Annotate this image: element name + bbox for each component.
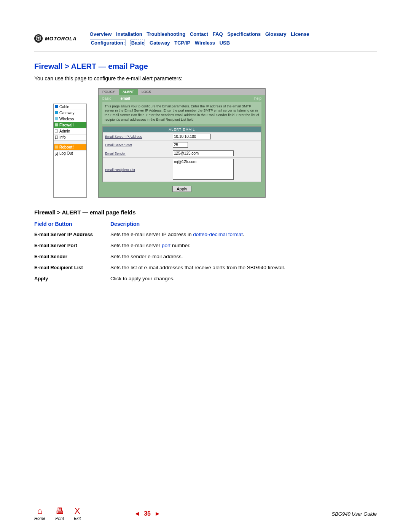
nav-gateway[interactable]: Gateway: [150, 40, 170, 46]
nav-glossary[interactable]: Glossary: [265, 31, 287, 37]
nav-overview[interactable]: Overview: [90, 31, 112, 37]
ss-input-ip[interactable]: [173, 134, 211, 139]
ss-tabs: POLICY ALERT LOGS: [99, 89, 265, 95]
header-divider: [34, 51, 377, 51]
ss-main-panel: POLICY ALERT LOGS basic | email help Thi…: [98, 88, 266, 198]
logo: MOTOROLA: [34, 34, 77, 43]
nav-wireless[interactable]: Wireless: [195, 40, 215, 46]
ss-sidebar-spacer: [54, 141, 86, 144]
ss-tab-logs[interactable]: LOGS: [138, 89, 155, 95]
td-desc: Sets the e-mail server IP address in dot…: [110, 232, 377, 237]
link-port[interactable]: port: [162, 243, 170, 248]
ss-label-port: Email Server Port: [103, 142, 171, 149]
table-row: E-mail Recipient List Sets the list of e…: [34, 265, 377, 270]
ss-sidebar-gateway-label: Gateway: [59, 111, 74, 115]
table-row: E-mail Server Port Sets the e-mail serve…: [34, 243, 377, 248]
td-desc: Sets the list of e-mail addresses that r…: [110, 265, 377, 270]
nav-line-1: Overview Installation Troubleshooting Co…: [88, 30, 311, 38]
section-title: Firewall > ALERT — email page fields: [34, 209, 377, 216]
table-row: Apply Click to apply your changes.: [34, 276, 377, 281]
print-button[interactable]: 🖶 Print: [55, 507, 64, 521]
ss-sidebar-cable-label: Cable: [59, 105, 69, 109]
print-icon: 🖶: [56, 507, 64, 515]
nav-usb[interactable]: USB: [220, 40, 230, 46]
th-description: Description: [110, 221, 140, 227]
ss-form-header: ALERT EMAIL: [103, 127, 261, 132]
exit-icon: X: [75, 507, 80, 515]
home-button[interactable]: ⌂ Home: [34, 507, 45, 521]
ss-sidebar-reboot-label: Reboot!: [59, 145, 74, 149]
td-field: E-mail Recipient List: [34, 265, 110, 270]
ss-tab-policy[interactable]: POLICY: [99, 89, 119, 95]
ss-description: This page allows you to configure the Em…: [102, 102, 261, 125]
next-page-button[interactable]: ►: [155, 510, 161, 517]
page-number: 35: [144, 510, 151, 517]
ss-label-ip: Email Server IP Address: [103, 133, 171, 140]
ss-subtabs: basic | email help: [99, 95, 265, 102]
nav-license[interactable]: License: [291, 31, 309, 37]
ss-input-sender[interactable]: [173, 150, 234, 156]
th-field: Field or Button: [34, 221, 110, 227]
td-desc: Sets the sender e-mail address.: [110, 254, 377, 259]
ss-label-sender: Email Sender: [103, 150, 171, 157]
nav-basic[interactable]: Basic: [131, 40, 145, 46]
ss-sidebar: Cable Gateway Wireless Firewall Admin iI…: [53, 104, 87, 198]
nav-faq[interactable]: FAQ: [213, 31, 223, 37]
table-row: E-mail Sender Sets the sender e-mail add…: [34, 254, 377, 259]
ss-help-link[interactable]: help: [254, 96, 261, 101]
logo-text: MOTOROLA: [45, 36, 77, 42]
nav-tcpip[interactable]: TCP/IP: [174, 40, 190, 46]
home-icon: ⌂: [37, 507, 42, 515]
intro-text: You can use this page to configure the e…: [34, 75, 377, 81]
home-label: Home: [34, 516, 45, 521]
ss-sidebar-wireless-label: Wireless: [59, 117, 74, 121]
fields-table: Field or Button Description E-mail Serve…: [34, 221, 377, 281]
ss-sidebar-firewall[interactable]: Firewall: [54, 122, 86, 128]
ss-sidebar-info[interactable]: iInfo: [54, 134, 86, 141]
nav-installation[interactable]: Installation: [116, 31, 142, 37]
td-field: E-mail Sender: [34, 254, 110, 259]
ss-sidebar-cable[interactable]: Cable: [54, 104, 86, 110]
ss-sidebar-logout-label: Log Out: [59, 151, 73, 155]
ss-apply-button[interactable]: Apply: [172, 186, 191, 192]
ss-sidebar-admin-label: Admin: [59, 129, 70, 133]
ss-tab-alert[interactable]: ALERT: [119, 89, 138, 95]
link-dotted-decimal[interactable]: dotted-decimal format: [193, 232, 243, 237]
ss-sidebar-wireless[interactable]: Wireless: [54, 116, 86, 122]
ss-subtab-email[interactable]: email: [121, 96, 131, 101]
guide-title: SBG940 User Guide: [331, 511, 377, 517]
nav-configuration-label: Configuration:: [90, 40, 126, 46]
header-row: MOTOROLA Overview Installation Troublesh…: [34, 30, 377, 47]
exit-button[interactable]: X Exit: [74, 507, 81, 521]
ss-input-port[interactable]: [173, 142, 188, 148]
ss-sidebar-logout[interactable]: XLog Out: [54, 150, 86, 157]
print-label: Print: [55, 516, 64, 521]
td-field: E-mail Server Port: [34, 243, 110, 248]
footer-icons: ⌂ Home 🖶 Print X Exit: [34, 507, 81, 521]
page-title: Firewall > ALERT — email Page: [34, 62, 377, 71]
ss-sidebar-firewall-label: Firewall: [59, 123, 73, 127]
td-desc: Click to apply your changes.: [110, 276, 377, 281]
ss-sidebar-reboot[interactable]: Reboot!: [54, 144, 86, 150]
page-nav: ◄ 35 ►: [134, 510, 160, 517]
fields-table-head: Field or Button Description: [34, 221, 377, 227]
prev-page-button[interactable]: ◄: [134, 510, 140, 517]
ss-sidebar-gateway[interactable]: Gateway: [54, 110, 86, 116]
embedded-screenshot: Cable Gateway Wireless Firewall Admin iI…: [53, 88, 377, 198]
nav-contact[interactable]: Contact: [190, 31, 208, 37]
td-field: Apply: [34, 276, 110, 281]
ss-label-recip: Email Recipient List: [103, 166, 171, 173]
table-row: E-mail Server IP Address Sets the e-mail…: [34, 232, 377, 237]
td-field: E-mail Server IP Address: [34, 232, 110, 237]
top-nav: Overview Installation Troubleshooting Co…: [88, 30, 311, 47]
exit-label: Exit: [74, 516, 81, 521]
ss-sidebar-info-label: Info: [59, 135, 66, 139]
motorola-icon: [34, 34, 43, 43]
nav-specifications[interactable]: Specifications: [227, 31, 261, 37]
ss-sidebar-admin[interactable]: Admin: [54, 128, 86, 134]
ss-subtab-basic[interactable]: basic: [102, 96, 111, 101]
nav-line-2: Configuration: Basic Gateway TCP/IP Wire…: [88, 39, 311, 47]
ss-form: ALERT EMAIL Email Server IP Address Emai…: [102, 126, 261, 182]
ss-textarea-recip[interactable]: mj@125.com: [173, 159, 234, 180]
nav-troubleshooting[interactable]: Troubleshooting: [147, 31, 185, 37]
